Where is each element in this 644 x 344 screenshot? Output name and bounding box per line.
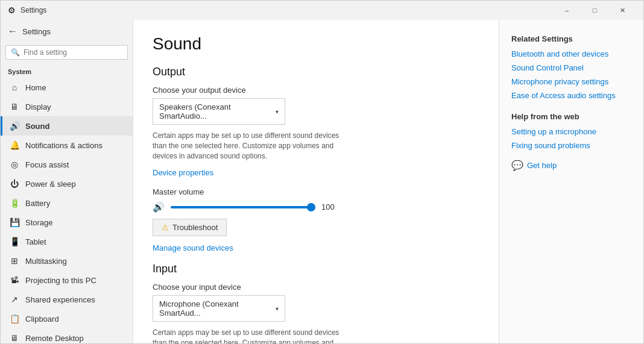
home-icon: ⌂ [10,83,19,92]
multitasking-icon: ⊞ [10,256,19,266]
related-bluetooth-link[interactable]: Bluetooth and other devices [511,49,631,58]
power-icon: ⏻ [10,179,19,189]
related-settings-title: Related Settings [511,34,631,43]
get-help-link[interactable]: Get help [527,161,557,170]
warning-icon: ⚠ [162,223,169,232]
sidebar-item-focus-label: Focus assist [25,160,69,169]
help-from-web-title: Help from the web [511,112,631,121]
input-hint-text: Certain apps may be set up to use differ… [153,328,346,343]
page-title: Sound [153,34,479,54]
sidebar-item-projecting[interactable]: 📽 Projecting to this PC [1,271,133,290]
clipboard-icon: 📋 [10,314,19,324]
sidebar-item-display-label: Display [25,102,51,111]
back-button[interactable]: ← Settings [1,20,133,43]
sidebar-item-tablet-label: Tablet [25,237,46,246]
output-choose-label: Choose your output device [153,86,479,95]
shared-icon: ↗ [10,295,19,304]
volume-slider-track[interactable] [171,206,315,208]
sidebar-item-battery[interactable]: 🔋 Battery [1,193,133,213]
sidebar-item-shared[interactable]: ↗ Shared experiences [1,290,133,309]
sidebar-item-notifications[interactable]: 🔔 Notifications & actions [1,136,133,155]
related-microphone-privacy-link[interactable]: Microphone privacy settings [511,77,631,86]
back-label: Settings [22,27,51,36]
right-panel: Related Settings Bluetooth and other dev… [499,20,643,343]
related-ease-access-link[interactable]: Ease of Access audio settings [511,91,631,100]
sidebar-item-remote-label: Remote Desktop [25,334,84,343]
troubleshoot-button[interactable]: ⚠ Troubleshoot [153,219,227,236]
maximize-button[interactable]: □ [581,1,608,20]
manage-sound-devices-link[interactable]: Manage sound devices [153,243,233,252]
volume-slider-fill [171,206,315,208]
back-arrow-icon: ← [8,26,17,37]
sidebar-item-remote[interactable]: 🖥 Remote Desktop [1,328,133,343]
sidebar-item-clipboard-label: Clipboard [25,314,59,324]
titlebar-controls: – □ ✕ [553,1,636,20]
get-help-row-container: 💬 Get help [511,160,631,171]
output-dropdown-arrow-icon: ▾ [276,108,279,115]
input-dropdown-arrow-icon: ▾ [276,305,279,312]
output-section-title: Output [153,66,479,78]
input-choose-label: Choose your input device [153,283,479,292]
close-button[interactable]: ✕ [608,1,636,20]
main-content: ← Settings 🔍 System ⌂ Home 🖥 Display 🔊 S… [1,20,643,343]
settings-icon: ⚙ [8,5,16,15]
sidebar-item-notifications-label: Notifications & actions [25,141,103,150]
content-area: Sound Output Choose your output device S… [133,20,499,343]
help-setup-mic-link[interactable]: Setting up a microphone [511,127,631,136]
tablet-icon: 📱 [10,237,19,246]
sidebar: ← Settings 🔍 System ⌂ Home 🖥 Display 🔊 S… [1,20,133,343]
sidebar-section-label: System [1,64,133,78]
battery-icon: 🔋 [10,198,19,208]
display-icon: 🖥 [10,102,19,111]
sidebar-item-storage-label: Storage [25,218,53,227]
sidebar-item-sound[interactable]: 🔊 Sound [1,116,133,136]
sidebar-item-home-label: Home [25,83,46,92]
output-hint-text: Certain apps may be set up to use differ… [153,131,346,161]
get-help-icon: 💬 [511,160,523,171]
volume-value: 100 [321,202,339,211]
titlebar-left: ⚙ Settings [8,5,46,15]
input-device-dropdown[interactable]: Microphone (Conexant SmartAud... ▾ [153,295,285,322]
sidebar-item-power[interactable]: ⏻ Power & sleep [1,174,133,193]
titlebar: ⚙ Settings – □ ✕ [1,1,643,20]
output-device-dropdown[interactable]: Speakers (Conexant SmartAudio... ▾ [153,98,285,125]
master-volume-label: Master volume [153,187,479,196]
settings-window: ⚙ Settings – □ ✕ ← Settings 🔍 System ⌂ H… [0,0,644,344]
remote-icon: 🖥 [10,333,19,343]
input-section-title: Input [153,263,479,275]
help-fixing-sound-link[interactable]: Fixing sound problems [511,141,631,150]
related-sound-control-link[interactable]: Sound Control Panel [511,63,631,72]
sidebar-item-multitasking[interactable]: ⊞ Multitasking [1,251,133,271]
volume-slider-thumb[interactable] [307,203,315,211]
sidebar-item-home[interactable]: ⌂ Home [1,78,133,97]
sidebar-item-clipboard[interactable]: 📋 Clipboard [1,309,133,328]
output-device-value: Speakers (Conexant SmartAudio... [159,102,276,120]
search-icon: 🔍 [11,48,20,57]
sidebar-item-battery-label: Battery [25,199,50,208]
minimize-button[interactable]: – [553,1,581,20]
volume-icon: 🔊 [153,201,165,213]
sound-icon: 🔊 [10,121,19,131]
sidebar-item-storage[interactable]: 💾 Storage [1,213,133,232]
sidebar-item-focus-assist[interactable]: ◎ Focus assist [1,155,133,174]
projecting-icon: 📽 [10,275,19,285]
help-section: Help from the web Setting up a microphon… [511,112,631,150]
get-help-row: 💬 Get help [511,160,631,171]
sidebar-item-multitasking-label: Multitasking [25,257,67,266]
sidebar-item-shared-label: Shared experiences [25,295,95,304]
sidebar-item-power-label: Power & sleep [25,180,76,189]
sidebar-item-tablet[interactable]: 📱 Tablet [1,232,133,251]
notifications-icon: 🔔 [10,140,19,150]
sidebar-item-display[interactable]: 🖥 Display [1,97,133,116]
sidebar-item-projecting-label: Projecting to this PC [25,276,96,285]
window-title: Settings [21,6,46,14]
focus-assist-icon: ◎ [10,160,19,169]
sidebar-item-sound-label: Sound [25,122,49,131]
troubleshoot-label: Troubleshoot [172,223,218,232]
output-device-properties-link[interactable]: Device properties [153,168,213,177]
storage-icon: 💾 [10,217,19,227]
input-device-value: Microphone (Conexant SmartAud... [159,299,276,317]
volume-row: 🔊 100 [153,201,479,213]
search-input[interactable] [24,48,122,57]
search-box[interactable]: 🔍 [5,45,128,60]
